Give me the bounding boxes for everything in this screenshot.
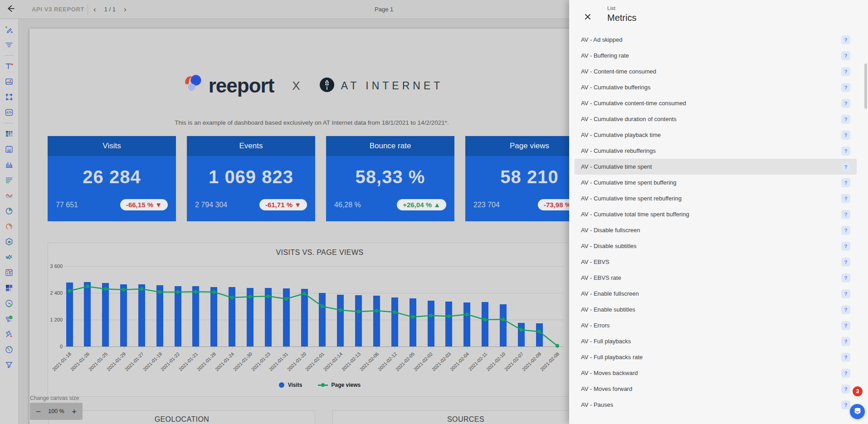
- polygon-chart-icon[interactable]: [3, 236, 15, 248]
- kpi-card[interactable]: Visits 26 284 77 651 -66,15 % ▼: [48, 136, 176, 221]
- table-icon[interactable]: [3, 128, 15, 140]
- kpi-card[interactable]: Events 1 069 823 2 794 304 -61,71 % ▼: [187, 136, 315, 221]
- metric-list-item[interactable]: AV - Full playbacks rate?: [575, 349, 857, 365]
- chat-button[interactable]: [850, 404, 865, 419]
- metric-name: AV - Cumulative playback time: [581, 132, 661, 138]
- x-axis-tick: [160, 346, 160, 348]
- metric-list-item[interactable]: AV - Cumulative time spent rebuffering?: [575, 190, 857, 206]
- metric-list-item[interactable]: AV - EBVS rate?: [575, 270, 857, 286]
- chevron-right-icon[interactable]: ›: [122, 5, 128, 13]
- metric-list-item[interactable]: AV - Pauses?: [575, 397, 857, 413]
- kpi-card[interactable]: Bounce rate 58,33 % 46,28 % +26,04 % ▲: [326, 136, 454, 221]
- x-axis-label: 2021-01-31: [268, 351, 289, 372]
- help-button[interactable]: ?: [841, 67, 850, 76]
- magic-pen-add-icon[interactable]: [3, 24, 15, 35]
- help-button[interactable]: ?: [841, 131, 850, 140]
- metric-list-item[interactable]: AV - Moves backward?: [575, 365, 857, 381]
- help-button[interactable]: ?: [841, 194, 850, 203]
- metric-list-item[interactable]: AV - Buffering rate?: [575, 48, 857, 63]
- zigzag-chart-icon[interactable]: [3, 251, 15, 263]
- help-button[interactable]: ?: [841, 289, 850, 298]
- help-button[interactable]: ?: [841, 226, 850, 235]
- help-button[interactable]: ?: [841, 337, 850, 346]
- combo-chart-icon[interactable]: [3, 267, 15, 278]
- metric-list-item[interactable]: AV - Cumulative time spent?: [575, 159, 857, 175]
- filter-icon[interactable]: [3, 39, 15, 51]
- metric-list-item[interactable]: AV - Cumulative time spent buffering?: [575, 175, 857, 190]
- area-chart-icon[interactable]: [3, 190, 15, 201]
- x-axis-label: 2021-01-24: [214, 351, 235, 372]
- kpi-footer: 46,28 % +26,04 % ▲: [334, 199, 446, 210]
- gridline: [64, 266, 563, 267]
- treemap-icon[interactable]: [3, 282, 15, 294]
- zoom-in-button[interactable]: +: [70, 406, 78, 417]
- metric-list-item[interactable]: AV - Disable subtitles?: [575, 238, 857, 254]
- metric-list-item[interactable]: AV - Moves forward?: [575, 381, 857, 397]
- help-button[interactable]: ?: [841, 178, 850, 187]
- embed-code-icon[interactable]: [3, 107, 15, 118]
- metric-list-item[interactable]: AV - Cumulative content-time consumed?: [575, 95, 857, 111]
- pie-chart-icon[interactable]: [3, 205, 15, 217]
- sources-widget[interactable]: SOURCES: [332, 410, 599, 424]
- metric-list-item[interactable]: AV - EBVS?: [575, 254, 857, 270]
- image-icon[interactable]: [3, 76, 15, 88]
- help-button[interactable]: ?: [841, 273, 850, 283]
- metric-list-item[interactable]: AV - Content-time consumed?: [575, 63, 857, 79]
- add-text-icon[interactable]: [3, 60, 15, 72]
- help-button[interactable]: ?: [841, 83, 850, 92]
- help-button[interactable]: ?: [841, 305, 850, 314]
- help-button[interactable]: ?: [841, 400, 850, 409]
- metric-list-item[interactable]: AV - Full playbacks?: [575, 333, 857, 349]
- bubble-chart-icon[interactable]: [3, 313, 15, 325]
- help-button[interactable]: ?: [841, 353, 850, 362]
- radar-chart-icon[interactable]: [3, 297, 15, 309]
- kpi-previous-value: 223 704: [473, 201, 500, 209]
- metric-list-item[interactable]: AV - Disable fullscreen?: [575, 222, 857, 238]
- chevron-left-icon[interactable]: ‹: [92, 5, 98, 13]
- close-panel-button[interactable]: [582, 12, 594, 24]
- geolocation-widget[interactable]: GEOLOCATION: [49, 410, 315, 424]
- help-button[interactable]: ?: [841, 321, 850, 330]
- metric-list-item[interactable]: AV - Errors?: [575, 317, 857, 333]
- scatter-chart-icon[interactable]: [3, 328, 15, 340]
- help-button[interactable]: ?: [841, 242, 850, 251]
- map-icon[interactable]: [3, 344, 15, 356]
- help-button[interactable]: ?: [841, 385, 850, 394]
- panel-scrollbar-thumb[interactable]: [864, 63, 867, 109]
- metric-list-item[interactable]: AV - Cumulative bufferings?: [575, 79, 857, 95]
- chart-widget[interactable]: VISITS VS. PAGE VIEWS 01 2002 4003 60020…: [48, 243, 592, 397]
- x-axis-label: 2021-02-08: [539, 351, 560, 372]
- help-button[interactable]: ?: [841, 99, 850, 108]
- x-axis-tick: [196, 346, 196, 348]
- zoom-out-button[interactable]: −: [34, 406, 42, 417]
- x-axis-tick: [449, 346, 449, 348]
- list-lines-icon[interactable]: [3, 174, 15, 186]
- metric-list-item[interactable]: AV - Enable fullscreen?: [575, 286, 857, 302]
- metric-list-item[interactable]: AV - Ad skipped?: [575, 32, 857, 48]
- visits-bar: [463, 302, 470, 346]
- help-button[interactable]: ?: [841, 146, 850, 156]
- atinternet-leaf-icon: [318, 76, 336, 95]
- help-button[interactable]: ?: [841, 115, 850, 124]
- funnel-icon[interactable]: [3, 359, 15, 371]
- calendar-icon[interactable]: 12: [3, 143, 15, 155]
- bar-chart-icon[interactable]: [3, 159, 15, 171]
- help-button[interactable]: ?: [841, 51, 850, 60]
- help-button[interactable]: ?: [841, 35, 850, 44]
- help-button[interactable]: ?: [841, 369, 850, 378]
- metric-list-item[interactable]: AV - Cumulative duration of contents?: [575, 111, 857, 127]
- metric-list-item[interactable]: AV - Cumulative total time spent bufferi…: [575, 206, 857, 222]
- visits-bar: [247, 288, 254, 346]
- help-button[interactable]: ?: [841, 210, 850, 219]
- metric-list-item[interactable]: AV - Enable subtitles?: [575, 302, 857, 317]
- frame-icon[interactable]: [3, 91, 15, 103]
- svg-text:12: 12: [7, 148, 11, 152]
- metric-list-item[interactable]: AV - Cumulative playback time?: [575, 127, 857, 143]
- help-button[interactable]: ?: [841, 258, 850, 267]
- metric-list-item[interactable]: AV - Cumulative rebufferings?: [575, 143, 857, 159]
- help-button[interactable]: ?: [841, 162, 850, 171]
- back-button[interactable]: [5, 4, 16, 15]
- gauge-icon[interactable]: [3, 220, 15, 232]
- visits-bar: [156, 285, 163, 346]
- x-axis-label: 2021-01-19: [141, 351, 162, 372]
